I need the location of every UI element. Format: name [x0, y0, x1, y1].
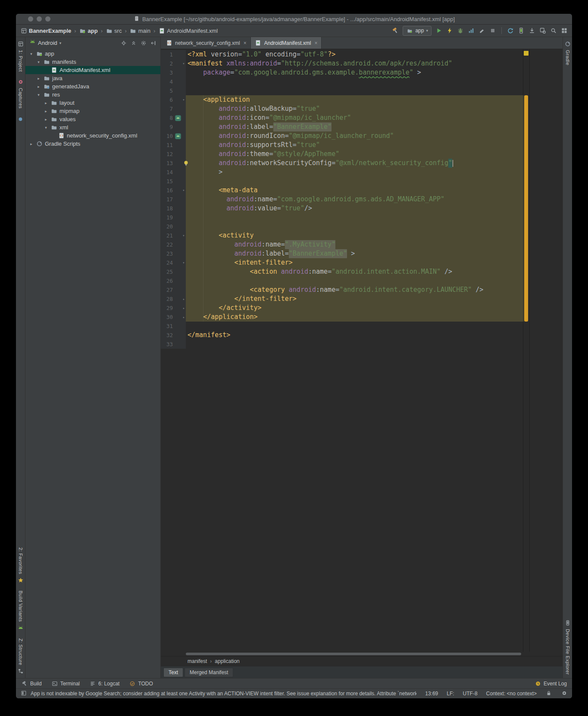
breadcrumb-item[interactable]: BannerExample: [20, 27, 71, 34]
tool-window-button[interactable]: Build Variants: [17, 591, 24, 632]
code-line-4[interactable]: 4: [161, 77, 524, 86]
code-line-26[interactable]: 26: [161, 276, 524, 285]
device-blue-icon[interactable]: [17, 116, 24, 122]
tree-expand-icon[interactable]: ▾: [36, 60, 41, 64]
code-line-14[interactable]: 14 >: [161, 168, 524, 177]
code-line-28[interactable]: 28▴ </intent-filter>: [161, 294, 524, 303]
code-line-25[interactable]: 25 <action android:name="android.intent.…: [161, 267, 524, 276]
code-text[interactable]: android:label="BannerExample" >: [186, 249, 524, 258]
code-line-22[interactable]: 22 android:name=".MyActivity": [161, 240, 524, 249]
close-tab-icon[interactable]: ×: [314, 40, 317, 46]
project-view-selector[interactable]: Android: [38, 40, 57, 46]
caret-position[interactable]: 13:69: [425, 691, 438, 697]
tree-row-res[interactable]: ▾res: [25, 91, 160, 99]
code-text[interactable]: <intent-filter>: [186, 258, 524, 267]
tree-row-java[interactable]: ▸java: [25, 74, 160, 82]
close-tab-icon[interactable]: ×: [244, 40, 247, 46]
code-line-20[interactable]: 20: [161, 222, 524, 231]
run-icon[interactable]: [435, 27, 442, 34]
code-line-3[interactable]: 3 package="com.google.android.gms.exampl…: [161, 68, 524, 77]
code-line-10[interactable]: 10 android:roundIcon="@mipmap/ic_launche…: [161, 131, 524, 141]
code-text[interactable]: android:networkSecurityConfig="@xml/netw…: [186, 159, 524, 168]
tree-row-app[interactable]: ▾app: [25, 50, 160, 58]
breadcrumb-item[interactable]: AndroidManifest.xml: [158, 27, 218, 34]
code-line-11[interactable]: 11 android:supportsRtl="true": [161, 141, 524, 150]
code-text[interactable]: <category android:name="android.intent.c…: [186, 285, 524, 294]
tree-row-mipmap[interactable]: ▸mipmap: [25, 107, 160, 115]
window-grid-icon[interactable]: [561, 27, 568, 34]
code-line-2[interactable]: 2▾<manifest xmlns:android="http://schema…: [161, 59, 524, 68]
code-text[interactable]: android:theme="@style/AppTheme": [186, 150, 524, 159]
tool-window-button[interactable]: Z: Structure: [17, 638, 24, 675]
tree-expand-icon[interactable]: ▸: [29, 142, 34, 146]
code-pane[interactable]: 1<?xml version="1.0" encoding="utf-8"?>2…: [161, 49, 524, 652]
editor-tab-AndroidManifest.xml[interactable]: AndroidManifest.xml×: [251, 37, 322, 49]
tree-row-network_security_config.xml[interactable]: network_security_config.xml: [25, 131, 160, 140]
launcher-icon[interactable]: [175, 133, 181, 140]
locate-icon[interactable]: [120, 40, 127, 47]
tool-window-button-Event Log[interactable]: Event Log: [535, 680, 567, 687]
gear-icon[interactable]: [140, 40, 147, 47]
tree-expand-icon[interactable]: ▸: [44, 101, 48, 105]
code-line-13[interactable]: 13 android:networkSecurityConfig="@xml/n…: [161, 159, 524, 168]
run-configuration-select[interactable]: app▾: [403, 26, 432, 36]
code-text[interactable]: <action android:name="android.intent.act…: [186, 267, 524, 276]
code-line-6[interactable]: 6▾ <application: [161, 95, 524, 104]
bulb-icon[interactable]: [182, 160, 189, 167]
tree-row-manifests[interactable]: ▾manifests: [25, 58, 160, 66]
tool-window-button-Terminal[interactable]: Terminal: [51, 680, 80, 687]
code-line-23[interactable]: 23 android:label="BannerExample" >: [161, 249, 524, 258]
search-icon[interactable]: [550, 27, 557, 34]
code-line-29[interactable]: 29▴ </activity>: [161, 303, 524, 313]
fold-marker-icon[interactable]: ▴: [181, 294, 186, 303]
horizontal-scrollbar[interactable]: [161, 652, 563, 656]
breadcrumb-item[interactable]: app: [79, 27, 98, 34]
code-text[interactable]: android:roundIcon="@mipmap/ic_launcher_r…: [186, 131, 524, 141]
view-tab-Merged Manifest[interactable]: Merged Manifest: [185, 668, 233, 677]
code-line-32[interactable]: 32</manifest>: [161, 331, 524, 340]
launcher-icon[interactable]: [175, 115, 181, 122]
avd-manager-icon[interactable]: [518, 27, 525, 34]
view-tab-Text[interactable]: Text: [163, 668, 183, 677]
code-text[interactable]: android:supportsRtl="true": [186, 141, 524, 150]
minimize-window-button[interactable]: [37, 16, 42, 22]
titlebar[interactable]: BannerExample [~/src/github/android-exam…: [16, 14, 572, 25]
code-line-1[interactable]: 1<?xml version="1.0" encoding="utf-8"?>: [161, 50, 524, 59]
code-text[interactable]: </intent-filter>: [186, 294, 524, 303]
code-line-7[interactable]: 7 android:allowBackup="true": [161, 104, 524, 113]
stop-icon[interactable]: [489, 27, 496, 34]
debug-icon[interactable]: [457, 27, 464, 34]
code-line-30[interactable]: 30▴ </application>: [161, 313, 524, 322]
collapse-all-icon[interactable]: [130, 40, 137, 47]
fold-marker-icon[interactable]: ▾: [181, 186, 186, 195]
tool-window-button-6: Logcat[interactable]: 6: Logcat: [89, 680, 119, 687]
horizontal-scrollbar-thumb[interactable]: [186, 653, 521, 655]
code-text[interactable]: android:label="BannerExample": [186, 122, 524, 131]
code-line-12[interactable]: 12 android:theme="@style/AppTheme": [161, 150, 524, 159]
tree-row-generatedJava[interactable]: ▸generatedJava: [25, 82, 160, 91]
code-text[interactable]: <application: [186, 95, 524, 104]
tool-window-button[interactable]: Device File Explorer: [564, 619, 571, 675]
code-text[interactable]: >: [186, 168, 524, 177]
tree-row-Gradle Scripts[interactable]: ▸Gradle Scripts: [25, 140, 160, 148]
code-text[interactable]: android:name="com.google.android.gms.ads…: [186, 195, 524, 204]
tree-expand-icon[interactable]: ▸: [44, 117, 48, 122]
make-project-icon[interactable]: [392, 27, 399, 34]
code-text[interactable]: [186, 340, 524, 349]
tool-window-button-Build[interactable]: Build: [21, 680, 42, 687]
code-line-33[interactable]: 33: [161, 340, 524, 349]
code-line-8[interactable]: 8 android:icon="@mipmap/ic_launcher": [161, 113, 524, 122]
breadcrumb-item[interactable]: main: [130, 27, 150, 34]
zoom-window-button[interactable]: [45, 16, 50, 22]
profile-icon[interactable]: [468, 27, 475, 34]
fold-marker-icon[interactable]: ▴: [181, 303, 186, 313]
close-window-button[interactable]: [28, 16, 33, 22]
breadcrumb-item[interactable]: src: [106, 27, 122, 34]
code-line-24[interactable]: 24▾ <intent-filter>: [161, 258, 524, 267]
code-line-21[interactable]: 21▾ <activity: [161, 231, 524, 240]
editor-breadcrumb-manifest[interactable]: manifest: [188, 658, 207, 664]
hector-icon[interactable]: [561, 690, 568, 697]
code-text[interactable]: [186, 213, 524, 222]
fold-marker-icon[interactable]: ▴: [181, 313, 186, 322]
code-text[interactable]: android:allowBackup="true": [186, 104, 524, 113]
